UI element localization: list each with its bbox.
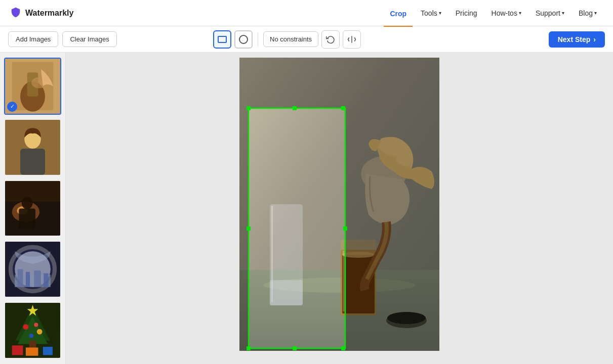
svg-rect-36 (26, 348, 38, 356)
svg-point-1 (239, 35, 248, 43)
rect-crop-button[interactable] (213, 30, 231, 49)
svg-rect-60 (247, 346, 251, 350)
thumbnail-image-5 (5, 303, 60, 358)
svg-rect-21 (18, 269, 23, 287)
nav-link-howtos[interactable]: How-tos ▾ (485, 6, 527, 20)
nav-link-crop[interactable]: Crop (384, 7, 413, 20)
thumbnail-1[interactable]: ✓ (4, 58, 61, 115)
svg-point-15 (22, 197, 33, 209)
clear-images-button[interactable]: Clear Images (62, 31, 116, 47)
next-step-button[interactable]: Next Step › (549, 31, 605, 48)
ellipse-crop-button[interactable] (234, 30, 253, 49)
thumbnail-2[interactable] (4, 119, 61, 176)
svg-rect-23 (34, 271, 41, 288)
svg-rect-61 (341, 346, 345, 350)
main-image (239, 58, 439, 351)
svg-rect-24 (44, 274, 49, 287)
svg-rect-0 (218, 36, 226, 42)
image-container[interactable] (239, 58, 439, 351)
svg-point-32 (34, 323, 38, 327)
chevron-down-icon: ▾ (562, 10, 564, 16)
image-sidebar: ✓ (0, 53, 66, 364)
svg-rect-10 (20, 149, 45, 175)
nav-links: Crop Tools ▾ Pricing How-tos ▾ Support ▾… (384, 6, 603, 20)
svg-rect-64 (247, 226, 251, 231)
flip-button[interactable] (343, 30, 361, 49)
nav-link-tools[interactable]: Tools ▾ (415, 6, 447, 20)
svg-rect-35 (43, 347, 53, 355)
thumbnail-image-3 (5, 181, 60, 236)
svg-rect-59 (341, 106, 345, 110)
rotate-button[interactable] (321, 30, 340, 49)
circle-icon (238, 34, 249, 44)
nav-link-blog[interactable]: Blog ▾ (573, 6, 603, 20)
svg-rect-54 (345, 108, 439, 348)
selected-check: ✓ (7, 102, 17, 112)
thumbnail-4[interactable] (4, 241, 61, 298)
no-constraints-button[interactable]: No constraints (263, 31, 318, 47)
toolbar-center: No constraints (213, 30, 361, 49)
toolbar-divider (258, 32, 258, 47)
nav-link-support[interactable]: Support ▾ (529, 6, 570, 20)
svg-rect-65 (343, 226, 347, 231)
thumbnail-5[interactable] (4, 302, 61, 359)
shield-icon (10, 7, 21, 20)
svg-point-30 (37, 329, 43, 335)
svg-rect-49 (343, 251, 345, 311)
image-edit-area (66, 53, 613, 364)
toolbar: Add Images Clear Images No constraints (0, 26, 613, 53)
arrow-right-icon: › (593, 35, 596, 43)
chevron-down-icon: ▾ (519, 10, 521, 16)
nav-bar: Watermarkly Crop Tools ▾ Pricing How-tos… (0, 0, 613, 26)
svg-rect-58 (247, 106, 251, 110)
svg-point-29 (23, 324, 28, 330)
nav-link-pricing[interactable]: Pricing (449, 6, 483, 20)
svg-rect-44 (270, 280, 303, 305)
main-content: ✓ (0, 53, 613, 364)
thumbnail-3[interactable] (4, 180, 61, 237)
chevron-down-icon: ▾ (439, 10, 441, 16)
rotate-icon (326, 35, 335, 44)
toolbar-left: Add Images Clear Images (8, 31, 117, 47)
toolbar-right: Next Step › (549, 31, 605, 48)
svg-rect-62 (293, 106, 297, 110)
rect-icon (217, 34, 227, 44)
svg-rect-22 (26, 272, 30, 287)
app-name: Watermarkly (25, 9, 73, 18)
svg-rect-16 (19, 208, 35, 229)
svg-point-31 (29, 334, 33, 338)
app-logo[interactable]: Watermarkly (10, 7, 73, 20)
chevron-down-icon: ▾ (594, 10, 597, 16)
svg-rect-34 (12, 346, 23, 355)
svg-rect-63 (293, 346, 297, 350)
add-images-button[interactable]: Add Images (8, 31, 58, 47)
thumbnail-image-2 (5, 120, 60, 175)
flip-icon (347, 35, 356, 44)
svg-rect-53 (239, 58, 439, 108)
thumbnail-image-4 (5, 242, 60, 297)
